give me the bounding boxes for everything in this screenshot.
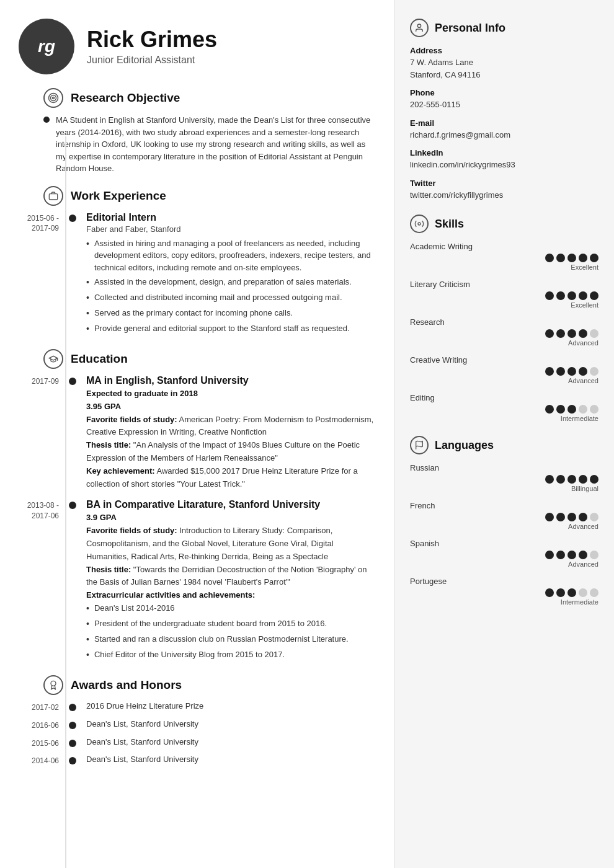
personal-info-title: Personal Info: [435, 22, 505, 35]
header-text: Rick Grimes Junior Editorial Assistant: [87, 27, 217, 66]
edu-entry-title-1: MA in English, Stanford University: [86, 375, 375, 386]
personal-info-section: Personal Info Address 7 W. Adams LaneSta…: [410, 19, 598, 201]
award-entry-3: 2015-06 Dean's List, Stanford University: [12, 737, 375, 749]
email-field: E-mail richard.f.grimes@gmail.com: [410, 118, 598, 141]
education-section: Education 2017-09 MA in English, Stanfor…: [12, 349, 375, 664]
lang-name-1: French: [410, 501, 598, 510]
work-bullets-1: Assisted in hiring and managing a pool o…: [86, 237, 375, 336]
skill-dot-0-0: [545, 254, 554, 262]
work-date-1: 2015-06 -2017-09: [12, 212, 65, 234]
skill-dots-3: [410, 367, 598, 376]
email-label: E-mail: [410, 118, 598, 128]
resume-container: rg Rick Grimes Junior Editorial Assistan…: [0, 0, 614, 868]
award-entry-2: 2016-06 Dean's List, Stanford University: [12, 719, 375, 731]
skill-level-0: Excellent: [410, 264, 598, 271]
edu-dot-2: [65, 499, 80, 509]
skill-dot-3-1: [556, 367, 565, 376]
award-text-1: 2016 Drue Heinz Literature Prize: [86, 701, 375, 711]
skill-name-4: Editing: [410, 393, 598, 402]
edu-entry-2: 2013-08 -2017-06 BA in Comparative Litar…: [12, 499, 375, 664]
skill-dot-4-0: [545, 405, 554, 414]
phone-field: Phone 202-555-0115: [410, 88, 598, 111]
award-text-2: Dean's List, Stanford University: [86, 719, 375, 728]
left-column: rg Rick Grimes Junior Editorial Assistan…: [0, 0, 394, 868]
skills-title-row: Skills: [410, 215, 598, 233]
skill-level-2: Advanced: [410, 339, 598, 347]
objective-body: MA Student in English at Stanford Univer…: [12, 114, 375, 175]
award-content-2: Dean's List, Stanford University: [80, 719, 375, 728]
languages-container: RussianBillingualFrenchAdvancedSpanishAd…: [410, 463, 598, 606]
lang-dot-3-3: [579, 588, 587, 597]
edu-bullet-2-2: President of the undergraduate student b…: [86, 618, 375, 631]
lang-dot-0-4: [590, 475, 598, 484]
work-title: Work Experience: [71, 189, 166, 203]
skill-name-3: Creative Writing: [410, 355, 598, 365]
edu-bullet-2-4: Chief Editor of the University Blog from…: [86, 649, 375, 662]
award-content-3: Dean's List, Stanford University: [80, 737, 375, 746]
lang-dots-1: [410, 513, 598, 521]
skill-name-0: Academic Writing: [410, 242, 598, 251]
skills-title: Skills: [435, 218, 464, 231]
objective-icon: [43, 88, 63, 108]
lang-level-2: Advanced: [410, 560, 598, 568]
skill-dot-4-4: [590, 405, 598, 414]
work-entry-title-1: Editorial Intern: [86, 212, 375, 223]
skill-dot-2-2: [567, 329, 576, 338]
skill-dot-2-3: [579, 329, 587, 338]
award-entry-1: 2017-02 2016 Drue Heinz Literature Prize: [12, 701, 375, 713]
lang-item-1: FrenchAdvanced: [410, 501, 598, 530]
objective-bullet: MA Student in English at Stanford Univer…: [43, 114, 375, 175]
skill-item-0: Academic WritingExcellent: [410, 242, 598, 271]
lang-dot-3-1: [556, 588, 565, 597]
lang-name-3: Portugese: [410, 577, 598, 586]
skill-item-3: Creative WritingAdvanced: [410, 355, 598, 384]
skill-level-3: Advanced: [410, 377, 598, 384]
svg-point-1: [51, 95, 56, 101]
right-column: Personal Info Address 7 W. Adams LaneSta…: [394, 0, 614, 868]
award-date-4: 2014-06: [12, 755, 65, 766]
candidate-name: Rick Grimes: [87, 27, 217, 52]
twitter-label: Twitter: [410, 179, 598, 188]
edu-bullet-2-3: Started and ran a discussion club on Rus…: [86, 633, 375, 646]
edu-detail-2: 3.9 GPA Favorite fields of study: Introd…: [86, 512, 375, 602]
lang-item-2: SpanishAdvanced: [410, 539, 598, 568]
lang-item-3: PortugeseIntermediate: [410, 577, 598, 606]
skill-level-4: Intermediate: [410, 415, 598, 422]
lang-dot-0-2: [567, 475, 576, 484]
svg-point-6: [418, 223, 420, 225]
work-content-1: Editorial Intern Faber and Faber, Stanfo…: [80, 212, 375, 339]
work-title-row: Work Experience: [12, 186, 375, 206]
skill-dots-1: [410, 291, 598, 300]
skills-section: Skills Academic WritingExcellentLiterary…: [410, 215, 598, 422]
skill-item-4: EditingIntermediate: [410, 393, 598, 422]
award-date-2: 2016-06: [12, 719, 65, 731]
skill-dot-3-4: [590, 367, 598, 376]
awards-icon: [43, 675, 63, 695]
skill-dot-1-2: [567, 291, 576, 300]
phone-label: Phone: [410, 88, 598, 97]
edu-title-row: Education: [12, 349, 375, 369]
svg-rect-3: [49, 193, 57, 199]
award-date-1: 2017-02: [12, 701, 65, 713]
skill-name-1: Literary Criticism: [410, 280, 598, 289]
skill-dot-2-0: [545, 329, 554, 338]
objective-section: Research Objective MA Student in English…: [12, 88, 375, 175]
lang-dot-2-0: [545, 551, 554, 559]
edu-bullet-2-1: Dean's List 2014-2016: [86, 602, 375, 615]
header-area: rg Rick Grimes Junior Editorial Assistan…: [12, 19, 375, 74]
objective-title-row: Research Objective: [12, 88, 375, 108]
skill-dot-3-2: [567, 367, 576, 376]
lang-dot-2-4: [590, 551, 598, 559]
skill-item-2: ResearchAdvanced: [410, 317, 598, 347]
skill-dot-1-1: [556, 291, 565, 300]
award-content-4: Dean's List, Stanford University: [80, 755, 375, 764]
award-text-3: Dean's List, Stanford University: [86, 737, 375, 746]
address-label: Address: [410, 46, 598, 55]
linkedin-label: LinkedIn: [410, 148, 598, 157]
lang-dots-3: [410, 588, 598, 597]
edu-content-1: MA in English, Stanford University Expec…: [80, 375, 375, 490]
edu-icon: [43, 349, 63, 369]
skill-dot-1-3: [579, 291, 587, 300]
work-section: Work Experience 2015-06 -2017-09 Editori…: [12, 186, 375, 339]
award-entry-4: 2014-06 Dean's List, Stanford University: [12, 755, 375, 766]
